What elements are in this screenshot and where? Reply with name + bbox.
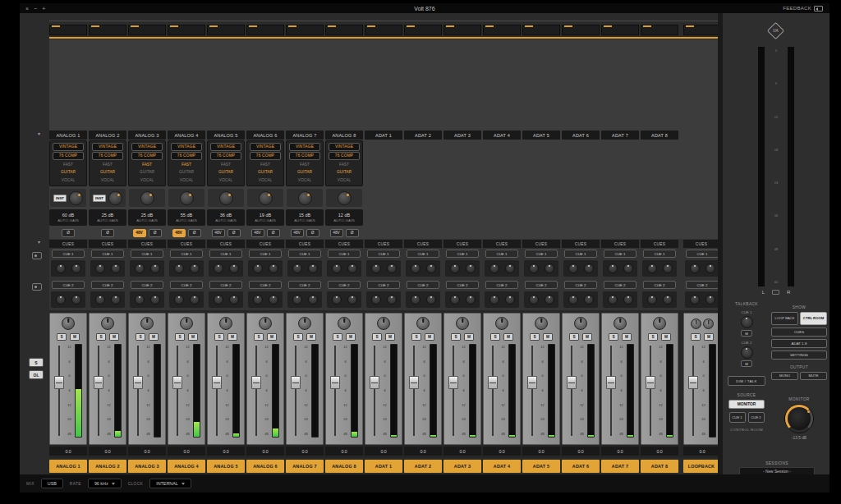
phase-invert-button[interactable]: Ø: [101, 229, 114, 237]
mute-button[interactable]: M: [70, 333, 80, 341]
fader-handle[interactable]: [212, 376, 222, 389]
solo-button[interactable]: S: [451, 333, 461, 341]
cue-1-pan-knob[interactable]: [347, 263, 357, 273]
cue-2-level-knob[interactable]: [292, 295, 302, 305]
channel-header[interactable]: ADAT 6: [562, 131, 600, 140]
overview-tab[interactable]: [522, 25, 560, 35]
mute-button[interactable]: M: [622, 333, 632, 341]
cue-1-button[interactable]: CUE 1: [604, 250, 636, 258]
cue-1-level-knob[interactable]: [450, 263, 460, 273]
channel-name-label[interactable]: ANALOG 7: [286, 460, 324, 473]
cue-1-level-knob[interactable]: [253, 263, 263, 273]
cue-2-pan-knob[interactable]: [466, 295, 476, 305]
preset-fast-button[interactable]: FAST: [131, 161, 163, 168]
channel-name-label[interactable]: ADAT 1: [365, 460, 402, 473]
comp-76-button[interactable]: 76 COMP: [329, 152, 360, 160]
pan-knob[interactable]: [298, 317, 311, 330]
fader-handle[interactable]: [54, 376, 64, 389]
interface-selector[interactable]: USB: [41, 479, 63, 488]
cue-2-level-knob[interactable]: [135, 295, 145, 305]
cue-1-level-knob[interactable]: [95, 263, 105, 273]
comp-76-button[interactable]: 76 COMP: [131, 152, 163, 160]
overview-tab[interactable]: [207, 25, 245, 35]
cue-1-pan-knob[interactable]: [466, 263, 476, 273]
channel-name-label[interactable]: ADAT 8: [641, 460, 678, 473]
clear-solo-button[interactable]: S: [29, 358, 44, 367]
cue-1-button[interactable]: CUE 1: [52, 250, 85, 258]
pan-knob[interactable]: [338, 317, 351, 330]
pan-knob[interactable]: [180, 317, 193, 330]
channel-name-label[interactable]: ANALOG 6: [246, 460, 284, 473]
channel-name-label[interactable]: ADAT 3: [443, 460, 481, 473]
mix-label[interactable]: MIX: [26, 482, 34, 486]
cue-2-pan-knob[interactable]: [111, 295, 121, 305]
cue-1-button[interactable]: CUE 1: [485, 250, 518, 258]
phase-invert-button[interactable]: Ø: [267, 229, 280, 237]
cue-1-pan-knob[interactable]: [190, 263, 200, 273]
cue-1-level-knob[interactable]: [411, 263, 420, 273]
output-mono-button[interactable]: MONO: [771, 372, 798, 380]
cue-1-level-knob[interactable]: [292, 263, 302, 273]
channel-name-label[interactable]: ANALOG 3: [128, 460, 166, 473]
cue-2-level-knob[interactable]: [371, 295, 381, 305]
cue-2-button[interactable]: CUE 2: [604, 281, 636, 289]
fader-handle[interactable]: [688, 376, 698, 389]
preset-guitar-button[interactable]: GUITAR: [92, 168, 123, 176]
comp-76-button[interactable]: 76 COMP: [171, 152, 202, 160]
preset-fast-button[interactable]: FAST: [210, 161, 241, 168]
preset-guitar-button[interactable]: GUITAR: [131, 168, 163, 176]
overview-tab[interactable]: [246, 25, 284, 35]
vintage-mode-button[interactable]: VINTAGE: [329, 143, 360, 151]
mute-button[interactable]: M: [306, 333, 316, 341]
cue-1-level-knob[interactable]: [529, 263, 539, 273]
show-cues-button[interactable]: CUES: [771, 328, 827, 337]
cue-2-pan-knob[interactable]: [705, 295, 715, 305]
channel-header[interactable]: ADAT 2: [404, 131, 442, 140]
cue-1-pan-knob[interactable]: [308, 263, 318, 273]
cue-1-level-knob[interactable]: [608, 263, 618, 273]
comp-76-button[interactable]: 76 COMP: [92, 152, 123, 160]
preset-vocal-button[interactable]: VOCAL: [92, 176, 123, 184]
talkback-cue2-knob[interactable]: [741, 346, 753, 359]
overview-tab[interactable]: [365, 25, 402, 35]
cue-1-button[interactable]: CUE 1: [170, 250, 203, 258]
preset-vocal-button[interactable]: VOCAL: [171, 176, 202, 184]
cue-1-button[interactable]: CUE 1: [131, 250, 163, 258]
preset-fast-button[interactable]: FAST: [171, 161, 202, 168]
cue-2-button[interactable]: CUE 2: [209, 281, 242, 289]
pan-knob[interactable]: [691, 318, 701, 329]
dim-talk-button[interactable]: DIM / TALK: [728, 376, 765, 386]
channel-name-label[interactable]: ANALOG 1: [49, 460, 87, 473]
source-cue1-button[interactable]: CUE 1: [729, 412, 746, 423]
channel-name-label[interactable]: ADAT 2: [404, 460, 442, 473]
channel-header[interactable]: ANALOG 6: [246, 131, 284, 140]
channel-header[interactable]: ADAT 3: [443, 131, 481, 140]
cue-2-pan-knob[interactable]: [584, 295, 594, 305]
overview-tab[interactable]: [286, 25, 324, 35]
overview-tab[interactable]: [483, 25, 521, 35]
channel-name-label[interactable]: ANALOG 5: [207, 460, 245, 473]
channel-header[interactable]: ANALOG 8: [325, 131, 363, 140]
fader-handle[interactable]: [370, 376, 379, 389]
cue-1-pan-knob[interactable]: [71, 263, 81, 273]
cue-2-pan-knob[interactable]: [387, 295, 397, 305]
fader-handle[interactable]: [567, 376, 577, 389]
pan-knob[interactable]: [62, 317, 75, 330]
cue-1-button[interactable]: CUE 1: [328, 250, 361, 258]
clock-source-selector[interactable]: INTERNAL: [149, 479, 191, 488]
close-window-icon[interactable]: ×: [25, 6, 29, 11]
talkback-cue1-mute-button[interactable]: M: [741, 330, 752, 337]
solo-button[interactable]: S: [609, 333, 618, 341]
show-adat-button[interactable]: ADAT 1-8: [771, 339, 827, 348]
mute-button[interactable]: M: [661, 333, 671, 341]
cue-1-pan-knob[interactable]: [623, 263, 633, 273]
mute-button[interactable]: M: [704, 333, 714, 341]
cue-1-button[interactable]: CUE 1: [209, 250, 242, 258]
gain-knob[interactable]: [219, 191, 233, 205]
overview-tab[interactable]: [168, 25, 205, 35]
fader-handle[interactable]: [133, 376, 143, 389]
cue-1-pan-knob[interactable]: [505, 263, 515, 273]
overview-tab[interactable]: [443, 25, 481, 35]
cue-2-pan-knob[interactable]: [269, 295, 278, 305]
phase-invert-button[interactable]: Ø: [227, 229, 241, 237]
